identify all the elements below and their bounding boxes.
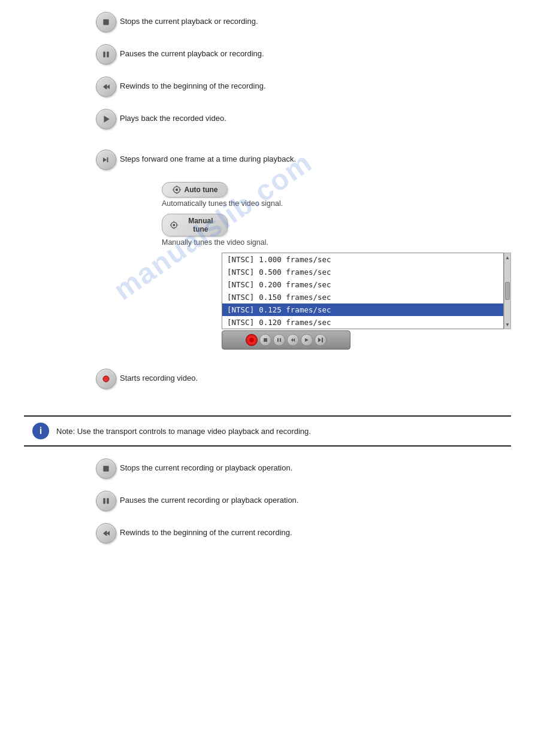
stop-description: Stops the current playback or recording. xyxy=(120,12,511,28)
rewind2-row: Rewinds to the beginning of the current … xyxy=(24,523,511,549)
value-1: 0.500 frames/sec xyxy=(259,268,331,277)
svg-marker-26 xyxy=(293,338,295,342)
tag-3: [NTSC] xyxy=(227,293,254,302)
svg-marker-25 xyxy=(291,338,293,342)
scrollbar-thumb[interactable] xyxy=(505,282,510,300)
svg-rect-31 xyxy=(103,466,108,471)
dropdown-item-2[interactable]: [NTSC]0.200 frames/sec xyxy=(222,278,503,291)
svg-marker-36 xyxy=(107,531,110,536)
rewind-button[interactable] xyxy=(96,77,116,97)
info-icon: i xyxy=(32,423,49,439)
step-forward-description: Steps forward one frame at a time during… xyxy=(120,150,511,165)
pause-row: Pauses the current playback or recording… xyxy=(24,44,511,71)
dropdown-item-4[interactable]: [NTSC]0.125 frames/sec xyxy=(222,303,503,316)
pause2-button[interactable] xyxy=(96,491,116,511)
auto-tune-desc: Automatically tunes the video signal. xyxy=(162,199,511,208)
record-row: Starts recording video. xyxy=(24,369,511,389)
pause-button[interactable] xyxy=(96,44,116,65)
dropdown-item-5[interactable]: [NTSC]0.120 frames/sec xyxy=(222,316,503,329)
svg-rect-23 xyxy=(277,338,279,342)
svg-marker-7 xyxy=(103,157,107,162)
frames-list[interactable]: [NTSC]1.000 frames/sec[NTSC]0.500 frames… xyxy=(222,253,504,329)
svg-marker-27 xyxy=(305,338,309,342)
svg-marker-6 xyxy=(104,116,110,123)
svg-rect-2 xyxy=(107,51,109,57)
manual-tune-desc: Manually tunes the video signal. xyxy=(162,238,511,247)
mini-record-button[interactable] xyxy=(246,334,258,346)
dropdown-item-3[interactable]: [NTSC]0.150 frames/sec xyxy=(222,291,503,303)
value-2: 0.200 frames/sec xyxy=(259,280,331,289)
stop2-button[interactable] xyxy=(96,459,116,479)
stop-button[interactable] xyxy=(96,12,116,32)
step-forward-button[interactable] xyxy=(96,150,116,170)
pause2-description: Pauses the current recording or playback… xyxy=(120,491,511,506)
svg-point-30 xyxy=(103,376,109,382)
tag-4: [NTSC] xyxy=(227,305,254,314)
dropdown-item-0[interactable]: [NTSC]1.000 frames/sec xyxy=(222,253,503,266)
scrollbar-track[interactable]: ▲ ▼ xyxy=(504,253,511,329)
svg-point-10 xyxy=(175,189,177,191)
mini-play-button[interactable] xyxy=(301,334,313,346)
tag-5: [NTSC] xyxy=(227,318,254,327)
pause2-row: Pauses the current recording or playback… xyxy=(24,491,511,517)
svg-rect-1 xyxy=(103,51,105,57)
rewind-row: Rewinds to the beginning of the recordin… xyxy=(24,77,511,103)
info-text: Note: Use the transport controls to mana… xyxy=(56,427,311,436)
mini-step-button[interactable] xyxy=(315,334,327,346)
mini-transport-bar xyxy=(222,330,350,350)
mini-stop-button[interactable] xyxy=(259,334,271,346)
record-description: Starts recording video. xyxy=(120,369,511,384)
stop2-description: Stops the current recording or playback … xyxy=(120,459,511,474)
svg-rect-32 xyxy=(103,498,105,503)
svg-marker-28 xyxy=(318,338,321,342)
svg-rect-24 xyxy=(280,338,281,342)
play-button[interactable] xyxy=(96,109,116,129)
play-description: Plays back the recorded video. xyxy=(120,109,511,125)
svg-rect-29 xyxy=(322,338,323,342)
stop-row: Stops the current playback or recording. xyxy=(24,12,511,38)
play-row: Plays back the recorded video. xyxy=(24,109,511,135)
svg-rect-22 xyxy=(264,338,267,342)
svg-point-16 xyxy=(173,224,175,226)
step-forward-row: Steps forward one frame at a time during… xyxy=(24,150,511,176)
svg-marker-34 xyxy=(103,531,106,536)
scroll-down-arrow[interactable]: ▼ xyxy=(504,321,510,327)
value-4: 0.125 frames/sec xyxy=(259,305,331,314)
svg-marker-5 xyxy=(107,84,110,89)
tag-2: [NTSC] xyxy=(227,280,254,289)
dropdown-item-1[interactable]: [NTSC]0.500 frames/sec xyxy=(222,266,503,278)
rewind-description: Rewinds to the beginning of the recordin… xyxy=(120,77,511,92)
tag-1: [NTSC] xyxy=(227,268,254,277)
rewind2-description: Rewinds to the beginning of the current … xyxy=(120,523,511,539)
tag-0: [NTSC] xyxy=(227,255,254,264)
scroll-up-arrow[interactable]: ▲ xyxy=(504,254,510,260)
frames-scrollbar-container: [NTSC]1.000 frames/sec[NTSC]0.500 frames… xyxy=(222,253,511,329)
svg-rect-33 xyxy=(107,498,109,503)
manual-tune-section: Manual tune Manually tunes the video sig… xyxy=(162,214,511,247)
manual-tune-button[interactable]: Manual tune xyxy=(162,214,228,236)
mini-rewind-button[interactable] xyxy=(287,334,299,346)
record-button[interactable] xyxy=(96,369,116,389)
svg-marker-3 xyxy=(103,84,106,89)
rewind2-button[interactable] xyxy=(96,523,116,544)
svg-point-21 xyxy=(249,338,254,342)
info-box: i Note: Use the transport controls to ma… xyxy=(24,415,511,447)
mini-pause-button[interactable] xyxy=(273,334,285,346)
svg-rect-0 xyxy=(103,19,108,25)
svg-rect-8 xyxy=(107,157,108,162)
auto-tune-section: Auto tune Automatically tunes the video … xyxy=(162,182,511,208)
value-0: 1.000 frames/sec xyxy=(259,255,331,264)
pause-description: Pauses the current playback or recording… xyxy=(120,44,511,60)
value-5: 0.120 frames/sec xyxy=(259,318,331,327)
auto-tune-button[interactable]: Auto tune xyxy=(162,182,228,198)
value-3: 0.150 frames/sec xyxy=(259,293,331,302)
frames-dropdown-section: [NTSC]1.000 frames/sec[NTSC]0.500 frames… xyxy=(222,253,511,350)
stop2-row: Stops the current recording or playback … xyxy=(24,459,511,485)
